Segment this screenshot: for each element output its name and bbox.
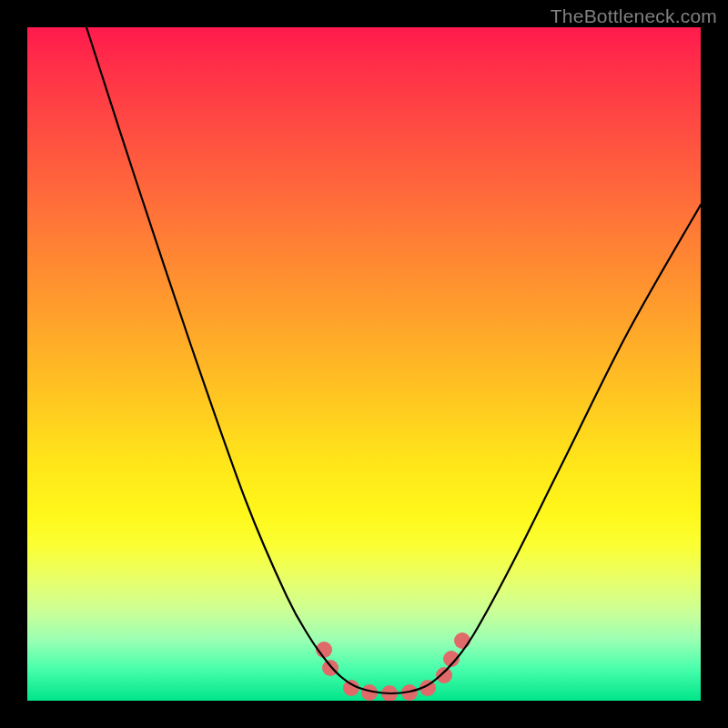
chart-svg (27, 27, 701, 701)
watermark-text: TheBottleneck.com (551, 5, 717, 27)
chart-frame: TheBottleneck.com (0, 0, 728, 728)
highlight-dot (322, 660, 339, 676)
bottleneck-curve (86, 27, 701, 693)
highlight-dot (454, 632, 470, 649)
plot-area (27, 27, 701, 701)
highlight-dot (436, 667, 452, 683)
marker-group (316, 632, 470, 701)
